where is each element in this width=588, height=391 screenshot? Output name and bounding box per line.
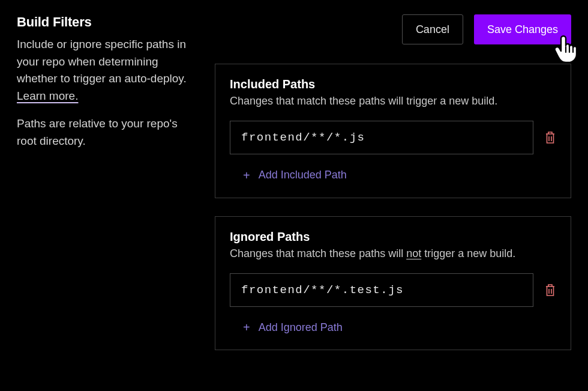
sidebar-description: Include or ignore specific paths in your… [17,36,198,105]
ignored-path-row [230,273,556,307]
main-content: Cancel Save Changes Included Paths Chang… [215,14,571,368]
trash-icon[interactable] [544,130,556,145]
learn-more-link[interactable]: Learn more. [17,89,78,102]
add-included-label: Add Included Path [259,169,347,181]
sidebar: Build Filters Include or ignore specific… [17,14,198,368]
add-ignored-path-button[interactable]: + Add Ignored Path [230,321,343,334]
ignored-desc-post: trigger a new build. [421,247,515,259]
ignored-paths-panel: Ignored Paths Changes that match these p… [215,216,571,351]
add-ignored-label: Add Ignored Path [259,321,343,334]
included-path-input[interactable] [230,121,533,154]
ignored-path-input[interactable] [230,273,533,307]
trash-icon[interactable] [544,283,556,297]
included-paths-panel: Included Paths Changes that match these … [215,64,571,198]
ignored-desc-pre: Changes that match these paths will [230,247,406,259]
sidebar-title: Build Filters [17,14,198,30]
plus-icon: + [243,321,250,333]
action-buttons: Cancel Save Changes [215,14,571,44]
included-paths-title: Included Paths [230,77,556,91]
ignored-paths-desc: Changes that match these paths will not … [230,247,556,260]
sidebar-desc-text: Include or ignore specific paths in your… [17,38,187,85]
ignored-paths-title: Ignored Paths [230,230,556,244]
add-included-path-button[interactable]: + Add Included Path [230,169,347,181]
save-changes-button[interactable]: Save Changes [474,14,571,44]
included-paths-desc: Changes that match these paths will trig… [230,95,556,108]
sidebar-note: Paths are relative to your repo's root d… [17,115,198,150]
included-path-row [230,121,556,154]
plus-icon: + [243,169,250,181]
ignored-desc-not: not [406,247,421,259]
cancel-button[interactable]: Cancel [402,14,463,44]
